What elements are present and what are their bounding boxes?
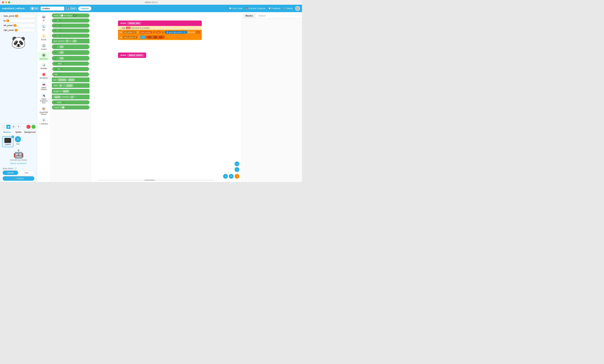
category-iot[interactable]: 📡 IoT [38,23,50,32]
add-device-button[interactable]: + Add [15,136,21,147]
view-grid-btn[interactable]: ▦ [6,125,11,129]
publish-button[interactable]: Publish [78,6,91,11]
zoom-in-button[interactable]: + [235,161,239,166]
tab-python[interactable]: Python [256,13,268,18]
var-left-power[interactable]: left_power 0 [2,24,35,27]
tab-blocks[interactable]: Blocks [243,13,255,18]
upload-mode-btn[interactable]: Upload [3,170,18,175]
go-button[interactable] [32,125,36,129]
block-read-integer[interactable]: read in integer ▼ [52,13,89,17]
window-title: mBlock v5.4.3 [145,1,157,3]
fit-button[interactable]: = [235,174,239,179]
category-my-blocks[interactable]: 🔴 My Blocks [38,71,50,80]
var-kp[interactable]: kp 0 [2,19,35,23]
left-panel: base_power 0 kp 0 left_power 0 right_pow… [0,12,37,182]
category-operators[interactable]: ➕ Operators [38,52,50,61]
block-add[interactable]: + [52,19,89,23]
user-guide-icon: 📖 [229,7,232,10]
close-button[interactable] [2,1,4,3]
save-button[interactable]: 💾 Save [65,7,77,10]
block-not[interactable]: not [52,73,89,76]
device-icon [4,138,11,143]
block-and[interactable]: and [52,62,89,66]
tab-sprites[interactable]: Sprites [13,130,24,134]
redo-button[interactable]: ↻ [229,174,234,179]
category-control[interactable]: 🔄 Control [38,42,50,51]
avatar[interactable] [295,6,300,11]
set-left-power-block[interactable]: set left_power ▼ to base_power - kp * 🖥 … [118,30,202,35]
connect-text: Connect your device [3,159,34,161]
right-panel: Blocks Python [241,12,302,182]
operators-icon: ➕ [41,53,46,58]
workspace: define follow_line ... stop stop and mov… [91,12,241,182]
category-variables[interactable]: 📊 Variables [38,61,50,70]
mbot2-chassis-icon: 🚗 [41,82,46,86]
view-dots-btn[interactable]: ⠿ [16,125,21,129]
undo-button[interactable]: ↺ [223,174,228,179]
panda-icon: 🐼 [11,36,26,48]
add-circle-icon: + [15,136,21,142]
set-right-power-block[interactable]: set right_power ▼ to -1 + * [118,35,202,40]
file-icon: 📄 [31,7,34,10]
link-icon: 🔗 [13,177,16,180]
block-equal[interactable]: = 50 [52,56,89,61]
device-controls: ⛶ ▦ ☰ ⠿ Devices Sprites Background ✕ Cyb… [0,123,37,182]
maximize-button[interactable] [8,1,10,3]
block-length-of[interactable]: length of apple [52,89,89,94]
example-programs-link[interactable]: 📚 Example Programs [245,7,266,10]
ai-icon: 🤖 [41,14,46,19]
block-mod[interactable]: mod [52,100,89,104]
my-blocks-icon: 🔴 [41,72,46,77]
iot-icon: 📡 [41,24,46,29]
workspace-scrollbar-thumb[interactable] [144,180,154,181]
block-round[interactable]: round [52,105,89,109]
save-icon: 💾 [67,7,70,10]
device-label: CyberPi [5,144,11,146]
block-contains[interactable]: apple contains a ? [52,95,89,99]
connect-area: 🤖 Connect your device How to use device? [1,148,36,166]
block-divide[interactable]: / [52,34,89,38]
minimize-button[interactable] [5,1,7,3]
block-join[interactable]: join banana apple [52,77,89,82]
extension-icon: + [41,118,46,122]
user-guide-link[interactable]: 📖 User Guide [229,7,242,10]
define-detect-colors-block[interactable]: define detect_colors [118,52,146,58]
category-extension[interactable]: + + extension [38,117,50,126]
var-base-power[interactable]: base_power 0 [2,14,35,18]
live-mode-btn[interactable]: Live [19,170,34,175]
brand-text: makeblock | mBlock [2,7,25,10]
var-right-power[interactable]: right_power 0 [2,28,35,32]
tab-devices[interactable]: Devices [1,130,13,134]
block-greater[interactable]: > 50 [52,44,89,49]
feedback-link[interactable]: 💬 Feedback [268,7,280,10]
category-ai[interactable]: 🤖 AI [38,13,50,22]
block-multiply[interactable]: * [52,29,89,33]
how-to-use-link[interactable]: How to use device? [11,162,27,164]
block-subtract[interactable]: - [52,24,89,28]
mode-buttons: Upload Live [3,170,34,175]
block-pick-random[interactable]: pick random 1 to 10 [52,39,89,43]
block-less[interactable]: < 50 [52,50,89,55]
view-expand-btn[interactable]: ⛶ [1,125,5,129]
category-quad-rgb[interactable]: 🎨 Quad RGB Sensor [38,105,50,116]
define-follow-line-block[interactable]: define follow_line [118,21,202,26]
variables-area: base_power 0 kp 0 left_power 0 right_pow… [0,12,37,123]
project-title-input[interactable] [41,7,64,11]
category-mbot2-chassis[interactable]: 🚗 mBot2 Chassis [38,81,50,91]
define-follow-line-group: define follow_line ... stop stop and mov… [118,21,202,40]
view-list-btn[interactable]: ☰ [12,125,15,129]
block-letter-of[interactable]: letter 1 of apple [52,83,89,88]
setting-link[interactable]: ⚙️ Setting [283,7,293,10]
cyberpi-device[interactable]: ✕ CyberPi [2,136,13,147]
main-layout: base_power 0 kp 0 left_power 0 right_pow… [0,12,302,182]
file-button[interactable]: 📄 File [29,7,39,10]
connect-button[interactable]: 🔗 Connect [3,176,34,181]
device-close-icon[interactable]: ✕ [12,135,14,138]
tab-background[interactable]: Background [24,130,36,134]
stop-button[interactable] [26,125,30,129]
category-mbot2-ext[interactable]: 🔌 mBot2 Extension Port [38,92,50,105]
zoom-out-button[interactable]: − [235,167,239,172]
workspace-scrollbar[interactable] [98,180,214,181]
block-or[interactable]: or [52,67,89,71]
category-events[interactable]: ⚡ Events [38,33,50,42]
